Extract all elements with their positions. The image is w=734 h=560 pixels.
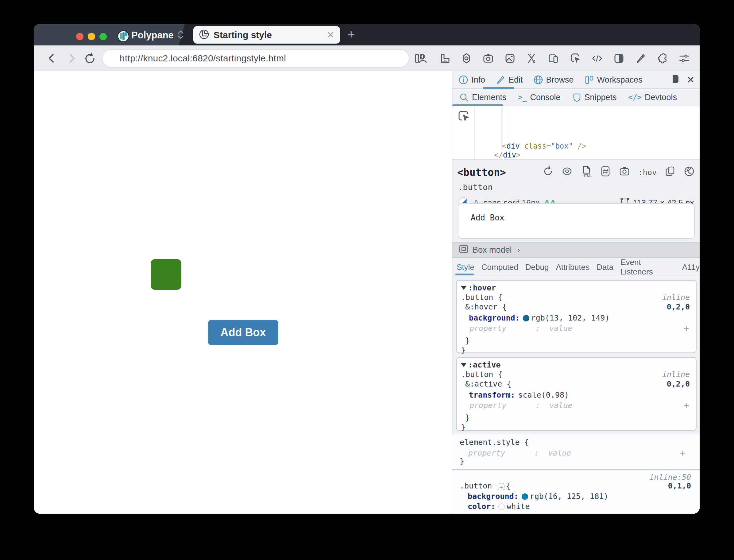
declaration[interactable]: transform:scale(0.98) (461, 390, 690, 400)
focus-eye-icon[interactable] (461, 53, 472, 64)
new-declaration-placeholder[interactable]: property: value+ (461, 324, 690, 333)
polypane-logo-icon (117, 30, 130, 44)
info-icon (458, 75, 468, 85)
specificity: 0,1,0 (668, 481, 691, 491)
add-selector-icon[interactable]: + (498, 484, 504, 490)
tab-a11y[interactable]: A11y (682, 263, 700, 272)
tab-data[interactable]: Data (596, 263, 613, 272)
element-style-open[interactable]: element.style { (460, 437, 529, 447)
url-bar[interactable]: http://knuc2.local:6820/startingstyle.ht… (102, 49, 409, 68)
sidebar-toggle-icon[interactable] (613, 53, 624, 64)
add-declaration-button[interactable]: + (683, 401, 689, 410)
declaration[interactable]: background:rgb(13, 102, 149) (461, 313, 690, 323)
ruler-icon[interactable] (439, 53, 450, 64)
rule-selector[interactable]: .button { (461, 293, 502, 302)
tab-favicon-polypane-icon (199, 29, 209, 41)
tab-elements[interactable]: Elements (459, 92, 507, 102)
declaration[interactable]: color:white (468, 502, 530, 511)
tab-snippets[interactable]: Snippets (572, 92, 617, 102)
rule-selector[interactable]: .button { (461, 370, 502, 379)
add-declaration-button[interactable]: + (683, 324, 689, 333)
rule-header[interactable]: :active (461, 360, 690, 370)
box-model-section[interactable]: Box model › (452, 242, 700, 258)
tab-event-listeners[interactable]: Event Listeners (620, 258, 675, 277)
new-tab-button[interactable]: + (348, 27, 355, 42)
extensions-puzzle-icon[interactable] (657, 53, 668, 64)
image-icon[interactable] (504, 53, 515, 64)
rule-origin[interactable]: inline:50 (650, 473, 691, 482)
tab-debug[interactable]: Debug (525, 263, 549, 272)
refresh-icon[interactable] (543, 166, 553, 179)
tab-edit[interactable]: Edit (495, 75, 523, 85)
devices-icon[interactable] (548, 53, 559, 64)
browser-icon[interactable] (684, 166, 695, 179)
rule-card-active: :active .button {inline &:active {0,2,0 … (456, 357, 697, 431)
visibility-eye-icon[interactable] (561, 166, 573, 179)
copy-icon[interactable] (665, 166, 675, 179)
zoom-window-button[interactable] (99, 33, 107, 40)
color-swatch[interactable] (498, 504, 505, 510)
code-icon[interactable] (592, 53, 603, 64)
dock-panel-icon[interactable] (669, 74, 680, 86)
rule-selector[interactable]: .button +{ (460, 481, 510, 491)
url-text[interactable]: http://knuc2.local:6820/startingstyle.ht… (120, 53, 286, 64)
close-window-button[interactable] (76, 33, 84, 40)
nested-selector[interactable]: &:hover { (465, 302, 507, 311)
color-swatch[interactable] (522, 493, 528, 500)
back-button[interactable] (45, 52, 58, 66)
selected-element-header: <button> HTML :hov (452, 162, 700, 182)
forward-button[interactable] (66, 52, 78, 66)
rule-card-hover: :hover .button {inline &:hover {0,2,0 ba… (456, 280, 697, 353)
force-state-hov-button[interactable]: :hov (638, 168, 657, 177)
app-switcher-chevrons-icon[interactable] (176, 29, 186, 41)
camera-icon[interactable] (483, 53, 494, 64)
minimize-window-button[interactable] (88, 33, 95, 40)
chevron-right-icon: › (517, 245, 520, 255)
selected-element-tag: <button> (457, 166, 506, 178)
pick-element-icon[interactable] (457, 110, 470, 125)
devtools-section-tabs: Elements >_ Console Snippets </> Devtool… (452, 89, 700, 106)
declaration[interactable]: background:rgb(16, 125, 181) (468, 492, 608, 501)
new-declaration-placeholder[interactable]: property: value+ (460, 448, 687, 458)
devtools-mode-tabs: Info Edit Browse Workspaces ✕ (452, 71, 700, 89)
tab-devtools[interactable]: </> Devtools (628, 93, 677, 102)
tab-close-icon[interactable]: ✕ (327, 29, 335, 40)
element-preview: Add Box (458, 203, 695, 239)
screenshot-camera-icon[interactable] (619, 166, 630, 179)
close-devtools-icon[interactable]: ✕ (686, 74, 695, 86)
dom-tree: <div class="box" /></div><button class="… (452, 106, 700, 160)
settings-sliders-icon[interactable] (679, 53, 690, 64)
tab-browse[interactable]: Browse (533, 75, 574, 85)
console-icon: >_ (518, 93, 527, 102)
selector-hash-icon[interactable] (600, 166, 611, 179)
dom-tree-line[interactable]: <div class="box" /> (475, 142, 700, 151)
tab-info[interactable]: Info (458, 75, 485, 85)
tab-attributes[interactable]: Attributes (556, 263, 589, 272)
divider (452, 469, 700, 470)
inspect-cursor-icon[interactable] (570, 53, 581, 64)
color-swatch[interactable] (523, 315, 529, 321)
copy-html-icon[interactable]: HTML (581, 165, 592, 180)
green-box (151, 259, 181, 290)
shield-icon (572, 92, 581, 102)
browser-window: Polypane Starting style ✕ + http://knuc2… (34, 24, 700, 514)
browser-tab[interactable]: Starting style ✕ (193, 26, 340, 44)
tab-console[interactable]: >_ Console (518, 93, 561, 102)
code-lines[interactable]: <div class="box" /></div><button class="… (475, 106, 700, 159)
add-box-button[interactable]: Add Box (208, 320, 278, 345)
rule-header[interactable]: :hover (461, 283, 690, 293)
active-style-tab-underline (455, 274, 474, 275)
dom-tree-line[interactable]: </div> (475, 151, 700, 160)
reload-button[interactable] (84, 52, 96, 66)
user-icon[interactable] (417, 53, 428, 64)
tab-style[interactable]: Style (456, 263, 474, 272)
new-declaration-placeholder[interactable]: property: value+ (461, 401, 690, 410)
tab-workspaces[interactable]: Workspaces (584, 75, 643, 85)
page-viewport: Add Box (34, 71, 452, 514)
devtools-panel: Info Edit Browse Workspaces ✕ (452, 71, 700, 514)
pencil-icon[interactable] (635, 53, 646, 64)
nested-selector[interactable]: &:active { (465, 379, 511, 388)
add-declaration-button[interactable]: + (680, 448, 685, 458)
scissors-icon[interactable] (526, 53, 537, 64)
tab-computed[interactable]: Computed (481, 263, 518, 272)
